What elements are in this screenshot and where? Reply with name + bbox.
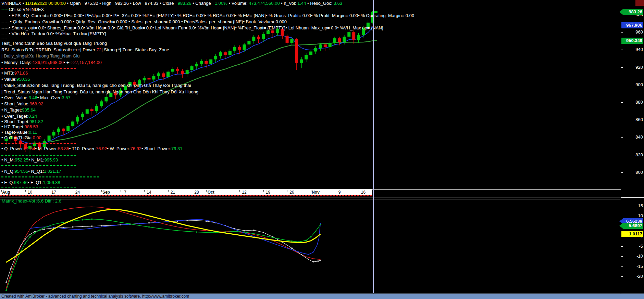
indicator-marker: [168, 229, 169, 230]
candle: [28, 146, 32, 149]
candle: [228, 51, 232, 55]
candle: [305, 55, 308, 60]
candle: [43, 141, 46, 147]
candle: [309, 52, 312, 55]
indicator-marker: [310, 236, 311, 237]
axis-tick-label: 960: [635, 29, 643, 35]
indicator-marker: [244, 232, 245, 233]
axis-red-dashed-line: [0, 195, 372, 196]
indicator-marker: [15, 263, 16, 264]
indicator-marker: [215, 232, 216, 233]
x-axis-label: 24: [72, 190, 84, 195]
candles: [5, 11, 374, 154]
indicator-line-blue: [30, 220, 321, 255]
indicator-marker: [196, 220, 197, 221]
indicator-marker: [282, 239, 283, 240]
price-chart[interactable]: [0, 0, 621, 294]
candle: [76, 117, 79, 122]
indicator-line-yellow: [6, 209, 320, 262]
candle: [281, 29, 284, 36]
indicator-marker: [306, 240, 307, 241]
candle: [119, 90, 122, 95]
axis-tick-mark: [621, 85, 623, 85]
price-value-tag: 950.349: [621, 38, 643, 44]
price-value-tag: 1.0117: [621, 231, 643, 237]
indicator-marker: [110, 220, 111, 221]
candle: [205, 61, 208, 64]
candle: [300, 60, 303, 63]
axis-tick-label: -15: [636, 264, 643, 269]
x-axis-label: 17: [48, 190, 60, 195]
indicator-marker: [39, 230, 40, 231]
indicator-marker: [10, 268, 11, 269]
candle: [262, 34, 265, 39]
indicator-marker: [72, 226, 73, 228]
candle: [171, 69, 174, 72]
indicator-marker: [158, 228, 159, 229]
axis-tick-mark: [621, 32, 623, 32]
x-axis-label: 21: [167, 190, 179, 195]
candle: [362, 28, 365, 35]
candle: [133, 82, 136, 85]
axis-tick-mark: [621, 172, 623, 173]
candle: [200, 61, 203, 64]
indicator-marker: [101, 219, 102, 220]
candle: [9, 136, 12, 139]
indicator-marker: [5, 290, 7, 291]
candle: [243, 44, 246, 50]
indicator-marker: [320, 224, 321, 225]
indicator-marker: [44, 229, 45, 230]
panel-divider-bottom: [0, 197, 644, 197]
x-axis-label: Oct: [205, 190, 217, 195]
candle: [62, 129, 65, 131]
candle: [38, 143, 41, 147]
candle: [195, 64, 198, 66]
axis-tick-mark: [621, 276, 623, 277]
candle: [352, 32, 355, 40]
candle: [343, 37, 346, 42]
indicator-marker: [196, 232, 197, 233]
candle: [14, 136, 17, 141]
price-axis-column[interactable]: 980960940920900880860840820800151050-5-1…: [621, 0, 644, 294]
candle: [347, 32, 350, 37]
axis-tick-label: 880: [635, 100, 643, 105]
indicator-marker: [82, 226, 83, 227]
candle: [267, 30, 270, 34]
indicator-marker: [318, 261, 319, 262]
indicator-marker: [301, 254, 302, 255]
x-axis-label: 19: [262, 190, 274, 195]
candle: [24, 144, 27, 149]
indicator-marker: [187, 231, 188, 232]
candle: [314, 48, 317, 51]
indicator-marker: [29, 236, 30, 237]
candle: [33, 143, 36, 146]
indicator-marker: [244, 230, 245, 231]
indicator-marker: [53, 224, 54, 225]
indicator-marker: [234, 231, 235, 232]
slow-ma-line: [49, 41, 377, 142]
indicator-marker: [120, 222, 121, 223]
axis-tick-label: -5: [639, 244, 643, 249]
chart-tab-marker: [635, 0, 644, 6]
indicator-marker: [320, 260, 321, 261]
indicator-marker: [101, 225, 102, 226]
axis-tick-label: 860: [635, 117, 643, 122]
indicator-marker: [177, 230, 178, 231]
indicator-marker: [91, 219, 92, 220]
candle: [219, 52, 222, 56]
candle: [128, 82, 132, 86]
candle: [19, 141, 22, 144]
candle: [104, 97, 108, 102]
candle: [5, 139, 8, 141]
axis-tick-mark: [621, 246, 623, 247]
x-axis[interactable]: Aug101724Sep7142128Oct121926Nov916: [0, 190, 372, 195]
x-axis-label: 16: [358, 190, 369, 195]
candle: [224, 52, 227, 55]
axis-tick-mark: [621, 67, 623, 68]
candle: [181, 71, 184, 74]
indicator-marker: [253, 233, 254, 234]
indicator-marker: [206, 221, 207, 222]
axis-tick-mark: [621, 206, 623, 206]
candle: [186, 70, 189, 74]
x-axis-label: Sep: [100, 190, 112, 195]
